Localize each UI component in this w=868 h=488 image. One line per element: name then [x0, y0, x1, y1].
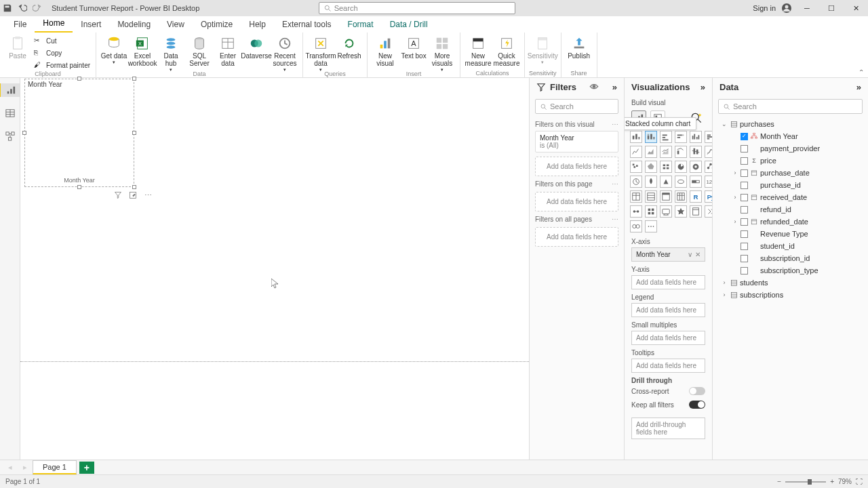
legend-field[interactable]: Add data fields here — [631, 303, 705, 317]
viz-smart-narrative[interactable] — [675, 205, 687, 218]
table-purchases[interactable]: ⌄purchases — [715, 118, 865, 130]
small-multiples-field[interactable]: Add data fields here — [631, 331, 705, 345]
viz-line-column-stacked[interactable] — [690, 146, 702, 158]
menu-tab-data-drill[interactable]: Data / Drill — [382, 17, 436, 33]
resize-handle[interactable] — [132, 131, 136, 135]
viz-r-visual[interactable]: R — [690, 190, 702, 203]
field-student-id[interactable]: student_id — [715, 240, 865, 252]
resize-handle[interactable] — [132, 77, 136, 81]
user-avatar-icon[interactable] — [781, 3, 792, 14]
menu-tab-view[interactable]: View — [159, 17, 193, 33]
get-data-button[interactable]: Get data▾ — [100, 34, 127, 65]
viz-stacked-bar[interactable] — [630, 131, 642, 143]
global-search[interactable]: Search — [319, 2, 515, 14]
add-page-button[interactable]: + — [79, 462, 94, 474]
selected-visual[interactable]: Month Year Month Year — [24, 79, 134, 187]
save-icon[interactable] — [3, 3, 12, 13]
menu-tab-optimize[interactable]: Optimize — [193, 17, 241, 33]
viz-key-influencers[interactable] — [630, 205, 642, 218]
viz-line[interactable] — [630, 146, 642, 158]
viz-multi-card[interactable] — [675, 190, 687, 203]
filter-dropzone-page[interactable]: Add data fields here — [535, 192, 618, 211]
data-view-button[interactable] — [3, 106, 17, 120]
transform-button[interactable]: Transform data▾ — [307, 34, 334, 73]
viz-pie[interactable] — [675, 161, 687, 173]
filters-visibility-icon[interactable]: 👁 — [590, 82, 599, 92]
undo-icon[interactable] — [18, 3, 27, 13]
filter-section-more[interactable]: ⋯ — [612, 180, 618, 188]
viz-funnel[interactable] — [645, 161, 657, 173]
dataverse-button[interactable]: Dataverse — [243, 34, 270, 60]
field-payment-provider[interactable]: payment_provider — [715, 142, 865, 155]
field-revenue-type[interactable]: Revenue Type — [715, 228, 865, 240]
collapse-ribbon-icon[interactable]: ⌃ — [859, 68, 864, 76]
yaxis-field[interactable]: Add data fields here — [631, 275, 705, 289]
more-visuals-button[interactable]: More visuals▾ — [429, 34, 456, 73]
menu-tab-external-tools[interactable]: External tools — [274, 17, 340, 33]
field-purchase-id[interactable]: purchase_id — [715, 179, 865, 191]
excel-button[interactable]: XExcel workbook — [129, 34, 156, 67]
format-painter-button[interactable]: 🖌Format painter — [33, 60, 92, 71]
cross-report-toggle[interactable] — [689, 387, 705, 395]
viz-matrix[interactable] — [660, 190, 672, 203]
viz-filled-map[interactable] — [660, 176, 672, 188]
field-purchase-date[interactable]: ›purchase_date — [715, 167, 865, 179]
collapse-data-icon[interactable]: » — [856, 82, 861, 92]
viz-slicer[interactable] — [630, 190, 642, 203]
viz-py-visual[interactable]: Py — [705, 190, 712, 203]
sql-button[interactable]: SQL Server — [186, 34, 213, 67]
viz-clustered-bar[interactable] — [660, 131, 672, 143]
viz-clustered-column[interactable] — [690, 131, 702, 143]
menu-tab-home[interactable]: Home — [35, 16, 73, 33]
menu-tab-insert[interactable]: Insert — [73, 17, 109, 33]
data-search[interactable]: Search — [718, 99, 863, 114]
viz-power-automate[interactable] — [630, 220, 642, 232]
collapse-viz-icon[interactable]: » — [701, 82, 705, 92]
text-box-button[interactable]: AText box — [400, 34, 427, 60]
visual-more-icon[interactable]: ⋯ — [142, 190, 153, 201]
field-refunded-date[interactable]: ›refunded_date — [715, 216, 865, 228]
viz-kpi[interactable]: 123 — [705, 176, 712, 188]
enter-data-button[interactable]: Enter data — [214, 34, 241, 67]
filter-dropzone-visual[interactable]: Add data fields here — [535, 157, 618, 176]
resize-handle[interactable] — [22, 131, 26, 135]
viz-clustered-bar-h[interactable] — [705, 131, 712, 143]
zoom-slider[interactable] — [785, 481, 826, 483]
new-measure-button[interactable]: New measure — [465, 34, 492, 67]
resize-handle[interactable] — [77, 77, 81, 81]
viz-more[interactable] — [645, 220, 657, 232]
model-view-button[interactable] — [3, 129, 17, 143]
viz-ribbon[interactable] — [705, 146, 712, 158]
visual-focus-icon[interactable] — [127, 190, 138, 201]
filter-dropzone-all[interactable]: Add data fields here — [535, 227, 618, 247]
viz-power-apps[interactable] — [705, 205, 712, 218]
recent-sources-button[interactable]: Recent sources▾ — [271, 34, 298, 73]
signin-link[interactable]: Sign in — [753, 4, 776, 12]
viz-line-column[interactable] — [675, 146, 687, 158]
field-month-year[interactable]: Month Year — [715, 130, 865, 142]
viz-azure-map[interactable] — [675, 176, 687, 188]
resize-handle[interactable] — [132, 185, 136, 189]
viz-treemap[interactable] — [705, 161, 712, 173]
viz-stacked-column[interactable] — [645, 131, 657, 143]
field-subscription-type[interactable]: subscription_type — [715, 264, 865, 277]
viz-area[interactable] — [645, 146, 657, 158]
menu-tab-format[interactable]: Format — [340, 17, 382, 33]
visual-filter-icon[interactable] — [113, 190, 123, 201]
zoom-in-button[interactable]: + — [830, 478, 834, 485]
drill-through-field[interactable]: Add drill-through fields here — [631, 418, 705, 439]
report-view-button[interactable] — [0, 83, 20, 97]
report-canvas[interactable]: Month Year Month Year ⋯ — [20, 78, 529, 460]
viz-paginated[interactable] — [690, 205, 702, 218]
field-price[interactable]: Σprice — [715, 155, 865, 167]
viz-scatter[interactable] — [660, 161, 672, 173]
viz-clustered-bar-100[interactable] — [675, 131, 687, 143]
maximize-button[interactable]: ☐ — [822, 0, 841, 16]
quick-measure-button[interactable]: Quick measure — [493, 34, 520, 67]
menu-tab-modeling[interactable]: Modeling — [109, 17, 159, 33]
refresh-button[interactable]: Refresh — [336, 34, 363, 60]
field-received-date[interactable]: ›received_date — [715, 191, 865, 203]
keep-filters-toggle[interactable] — [689, 401, 705, 409]
viz-card[interactable] — [690, 176, 702, 188]
viz-qa[interactable] — [660, 205, 672, 218]
